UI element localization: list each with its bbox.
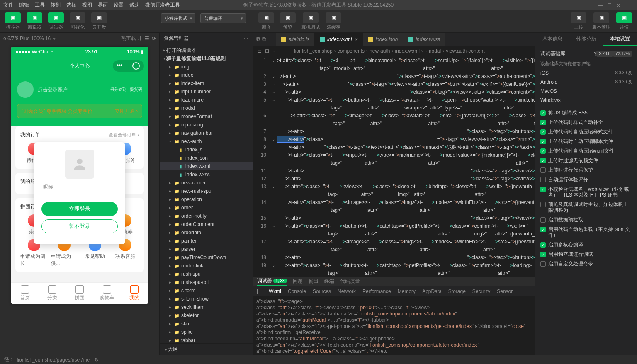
devtools-tab[interactable]: Sensor — [497, 289, 513, 294]
toolbar-button[interactable]: ▣预览 — [278, 12, 297, 30]
dev-header-tab[interactable]: 调试器 1, 33 — [257, 277, 287, 286]
folder-item[interactable]: ▸📁img — [160, 63, 253, 71]
folder-item[interactable]: ▸📁index-item — [160, 79, 253, 87]
outline-section[interactable]: ▸大纲 — [160, 343, 253, 355]
folder-new-auth[interactable]: ▾📁new-auth — [160, 137, 253, 146]
user-header[interactable]: 点击登录账户 积分签到 提货码 — [11, 75, 148, 104]
folder-item[interactable]: ▸📁rush-spu-col — [160, 278, 253, 286]
menu-item[interactable]: 转到 — [51, 2, 61, 8]
capsule-button[interactable]: ••• — [113, 60, 144, 72]
folder-item[interactable]: ▸📁tabbar — [160, 336, 253, 343]
editor-tab[interactable]: index.json — [363, 33, 403, 46]
file-item[interactable]: ▮index.wxss — [160, 170, 253, 179]
settings-checkbox[interactable]: ✓上传时过滤无依赖文件 — [540, 158, 632, 163]
device-info[interactable]: e 6/7/8 Plus 100% 16 — [3, 36, 51, 41]
devtools-output[interactable]: a">class="t"><page>a">class="arr">▸a">cl… — [253, 297, 535, 355]
folder-item[interactable]: ▸📁orderComment — [160, 220, 253, 228]
devtools-tab[interactable]: Storage — [448, 289, 466, 294]
help-icon[interactable]: ? — [594, 51, 597, 57]
settings-tab[interactable]: 基本信息 — [535, 33, 569, 46]
folder-item[interactable]: ▸📁spike — [160, 328, 253, 336]
settings-checkbox[interactable]: ✓上传代码时自动压缩脚本文件 — [540, 138, 632, 144]
open-editors[interactable]: ▸打开的编辑器 — [160, 46, 253, 54]
folder-item[interactable]: ▸📁seckillItem — [160, 303, 253, 311]
inspect-icon[interactable] — [257, 289, 262, 294]
folder-item[interactable]: ▸📁input-number — [160, 87, 253, 96]
toolbar-button[interactable]: ▣上传 — [569, 12, 588, 30]
login-button[interactable]: 立即登录 — [41, 202, 118, 216]
devtools-tab[interactable]: Performance — [362, 289, 391, 294]
settings-checkbox[interactable]: 启用数据预拉取 — [540, 217, 632, 223]
folder-item[interactable]: ▸📁payTimeCountDown — [160, 253, 253, 262]
menu-item[interactable]: 帮助 — [129, 2, 139, 8]
devtools-tab[interactable]: Sources — [313, 289, 331, 294]
cancel-button[interactable]: 暂不登录 — [41, 219, 118, 233]
folder-item[interactable]: ▸📁operation — [160, 195, 253, 204]
file-item[interactable]: ▮index.js — [160, 146, 253, 154]
vip-banner[interactable]: "贝壳会员" 尊享特权·会员专享价 立即开通 › — [17, 104, 142, 118]
menu-item[interactable]: 视图 — [82, 2, 92, 8]
file-item[interactable]: ▮index.json — [160, 154, 253, 162]
toolbar-button[interactable]: ▣编译 — [257, 12, 276, 30]
editor-tab[interactable]: index.wxml✕ — [315, 33, 363, 46]
folder-item[interactable]: ▸📁index — [160, 71, 253, 79]
folder-item[interactable]: ▸📁order-notify — [160, 212, 253, 220]
dev-header-tab[interactable]: 代码质量 — [340, 278, 360, 285]
folder-item[interactable]: ▸📁s-form-show — [160, 295, 253, 303]
tabbar-item[interactable]: 分类 — [39, 283, 66, 304]
dev-header-tab[interactable]: 问题 — [293, 278, 303, 285]
toolbar-button[interactable]: ▣清缓存 — [324, 12, 343, 30]
refresh-icon[interactable]: ↻ — [95, 357, 99, 363]
menu-item[interactable]: 编辑 — [19, 2, 29, 8]
modal-avatar[interactable] — [65, 150, 94, 179]
tabbar-item[interactable]: 购物车 — [93, 283, 121, 304]
editor-toolbar[interactable]: ☰⊞←→ — [253, 48, 290, 54]
editor-tab[interactable]: siteinfo.js — [276, 33, 315, 46]
split-icon[interactable]: ⧉ ⧉ — [256, 36, 266, 43]
folder-item[interactable]: ▸📁order — [160, 204, 253, 212]
compile-select[interactable]: 普通编译 — [200, 13, 246, 23]
settings-tab[interactable]: 本地设置 — [603, 33, 637, 46]
settings-checkbox[interactable]: ✓启用代码自动热重载（不支持 json 文件） — [540, 226, 632, 238]
devtools-tab[interactable]: Memory — [398, 289, 416, 294]
menu-item[interactable]: 文件 — [3, 2, 13, 8]
devtools-tab[interactable]: Console — [288, 289, 306, 294]
folder-item[interactable]: ▸📁parser — [160, 245, 253, 253]
folder-item[interactable]: ▸📁mp-dialog — [160, 121, 253, 129]
more-icon[interactable]: ⋯ — [243, 36, 248, 41]
toolbar-button[interactable]: ▣云开发 — [90, 12, 109, 30]
menu-item[interactable]: 设置 — [114, 2, 124, 8]
settings-checkbox[interactable]: ✓将 JS 编译成 ES5 — [540, 110, 632, 116]
settings-checkbox[interactable]: ✓上传代码时自动压缩样式文件 — [540, 129, 632, 135]
more-icon[interactable]: ☰ — [145, 36, 149, 41]
settings-checkbox[interactable]: ✓不校验合法域名、web-view（业务域名）、TLS 本以及 HTTPS 证书 — [540, 186, 632, 198]
settings-checkbox[interactable]: ✓上传代码时自动压缩wxml文件 — [540, 148, 632, 154]
code-editor[interactable]: 1⌄>t-attr>">class>=">t-tag>"><i-modal> >… — [253, 56, 535, 276]
devtools-tab[interactable]: Network — [338, 289, 356, 294]
editor-tab[interactable]: index.wxss — [403, 33, 445, 46]
folder-item[interactable]: ▸📁moneyFormat — [160, 112, 253, 121]
folder-item[interactable]: ▸📁s-form — [160, 286, 253, 295]
rotate-icon[interactable]: ⟳ — [152, 36, 156, 41]
mode-select[interactable]: 小程序模式 — [161, 13, 195, 23]
settings-checkbox[interactable]: 启用自定义处理命令 — [540, 261, 632, 267]
folder-item[interactable]: ▸📁rush-spu — [160, 270, 253, 278]
toolbar-button[interactable]: ▣模拟器 — [3, 12, 22, 30]
tabbar-item[interactable]: 首页 — [11, 283, 39, 304]
nickname-input[interactable]: 昵称 — [41, 184, 118, 196]
dev-header-tab[interactable]: 终端 — [324, 278, 334, 285]
folder-item[interactable]: ▸📁painter — [160, 237, 253, 245]
tabbar-item[interactable]: 拼团 — [66, 283, 93, 304]
toolbar-button[interactable]: ▣版本管理 — [591, 12, 612, 30]
toolbar-button[interactable]: ▣编辑器 — [25, 12, 44, 30]
devtools-tab[interactable]: Wxml — [269, 289, 281, 294]
settings-tab[interactable]: 性能分析 — [569, 33, 603, 46]
settings-checkbox[interactable]: 上传时进行代码保护 — [540, 167, 632, 173]
folder-item[interactable]: ▸📁new-rush-spu — [160, 187, 253, 195]
folder-item[interactable]: ▸📁router-link — [160, 262, 253, 270]
dev-header-tab[interactable]: 输出 — [309, 278, 318, 285]
settings-checkbox[interactable]: ✓启用独立域进行调试 — [540, 251, 632, 257]
tabbar-item[interactable]: 我的 — [121, 283, 148, 304]
menu-item[interactable]: 界面 — [98, 2, 108, 8]
folder-item[interactable]: ▸📁navigation-bar — [160, 129, 253, 137]
